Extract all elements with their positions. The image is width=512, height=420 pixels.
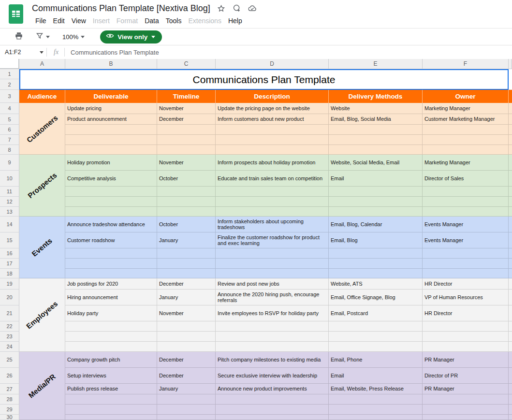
row-header[interactable]: 22 <box>0 321 19 332</box>
row-header[interactable]: 10 <box>0 171 19 187</box>
cell-deliverable[interactable]: Competitive analysis <box>65 171 157 187</box>
cell-description[interactable]: Announce the 2020 hiring push, encourage… <box>216 290 329 305</box>
cell[interactable] <box>509 305 512 321</box>
cell[interactable] <box>216 342 329 352</box>
row-header[interactable]: 12 <box>0 197 19 207</box>
header-owner[interactable]: Owner <box>423 90 509 103</box>
cell[interactable] <box>509 232 512 248</box>
approval-badge-icon[interactable] <box>233 4 241 13</box>
cell[interactable] <box>329 135 423 145</box>
cell[interactable] <box>65 259 157 269</box>
row-header[interactable]: 19 <box>0 278 19 290</box>
cell-timeline[interactable]: November <box>157 103 216 114</box>
cell[interactable] <box>216 415 329 420</box>
cell-deliverable[interactable]: Product announcemment <box>65 114 157 125</box>
cell[interactable] <box>329 394 423 405</box>
cell[interactable] <box>509 368 512 384</box>
cell[interactable] <box>329 332 423 342</box>
cell-delivery-methods[interactable]: Website, ATS <box>329 278 423 290</box>
cell-owner[interactable]: PR Manager <box>423 352 509 368</box>
column-header-e[interactable]: E <box>329 59 423 69</box>
audience-cell-media-pr[interactable]: Media/PR <box>19 352 65 420</box>
cell[interactable] <box>423 135 509 145</box>
cell-timeline[interactable]: December <box>157 114 216 125</box>
cell[interactable] <box>329 321 423 332</box>
cell-owner[interactable]: VP of Human Resources <box>423 290 509 305</box>
cell-description[interactable]: Inform prospects about holiday promotion <box>216 155 329 171</box>
view-only-button[interactable]: View only <box>100 30 162 43</box>
cell-description[interactable]: Inform customers about new product <box>216 114 329 125</box>
cell-delivery-methods[interactable]: Email <box>329 368 423 384</box>
cell[interactable] <box>423 321 509 332</box>
cell[interactable] <box>216 259 329 269</box>
cell[interactable] <box>65 135 157 145</box>
cell[interactable] <box>157 259 216 269</box>
cell[interactable] <box>509 269 512 278</box>
cell[interactable] <box>329 259 423 269</box>
cell[interactable] <box>216 332 329 342</box>
cell[interactable] <box>157 197 216 207</box>
cell-owner[interactable]: PR Manager <box>423 384 509 394</box>
menu-data[interactable]: Data <box>141 15 162 26</box>
cell-owner[interactable]: Customer Marketing Manager <box>423 114 509 125</box>
cell-delivery-methods[interactable]: Email, Office Signage, Blog <box>329 290 423 305</box>
row-header[interactable]: 1 <box>0 69 19 79</box>
cell-deliverable[interactable]: Setup interviews <box>65 368 157 384</box>
cell-description[interactable]: Announce new product improvements <box>216 384 329 394</box>
cell[interactable] <box>216 394 329 405</box>
cell-timeline[interactable]: January <box>157 290 216 305</box>
cell-timeline[interactable]: December <box>157 278 216 290</box>
cell[interactable] <box>216 207 329 217</box>
cell[interactable] <box>423 197 509 207</box>
cell[interactable] <box>157 269 216 278</box>
cell-delivery-methods[interactable]: Email <box>329 171 423 187</box>
cell-delivery-methods[interactable]: Email, Phone <box>329 352 423 368</box>
cell[interactable] <box>509 171 512 187</box>
audience-cell-employees[interactable]: Employees <box>19 278 65 352</box>
column-header-d[interactable]: D <box>216 59 329 69</box>
menu-edit[interactable]: Edit <box>50 15 68 26</box>
cell-delivery-methods[interactable]: Email, Website, Press Release <box>329 384 423 394</box>
menu-file[interactable]: File <box>32 15 50 26</box>
menu-tools[interactable]: Tools <box>162 15 185 26</box>
cell[interactable] <box>509 248 512 259</box>
row-header[interactable]: 8 <box>0 145 19 155</box>
cell-owner[interactable]: Events Manager <box>423 232 509 248</box>
cell-owner[interactable]: HR Director <box>423 278 509 290</box>
row-header[interactable]: 2 <box>0 79 19 90</box>
header-delivery-methods[interactable]: Delivery Methods <box>329 90 423 103</box>
cell-timeline[interactable]: December <box>157 352 216 368</box>
cell[interactable] <box>157 125 216 135</box>
print-button[interactable] <box>15 31 23 42</box>
cell[interactable] <box>65 187 157 197</box>
cell[interactable] <box>423 248 509 259</box>
cell[interactable] <box>65 405 157 415</box>
column-header-f[interactable]: F <box>423 59 509 69</box>
cell-timeline[interactable]: October <box>157 217 216 232</box>
cell[interactable] <box>216 145 329 155</box>
cell[interactable] <box>509 155 512 171</box>
cell[interactable] <box>509 384 512 394</box>
column-header-c[interactable]: C <box>157 59 216 69</box>
cell-delivery-methods[interactable]: Website, Social Media, Email <box>329 155 423 171</box>
row-header[interactable]: 5 <box>0 114 19 125</box>
star-icon[interactable] <box>217 4 226 13</box>
header-timeline[interactable]: Timeline <box>157 90 216 103</box>
cell[interactable] <box>509 352 512 368</box>
cell[interactable] <box>216 187 329 197</box>
cell-description[interactable]: Review and post new jobs <box>216 278 329 290</box>
cell[interactable] <box>423 145 509 155</box>
cell[interactable] <box>509 207 512 217</box>
cell[interactable] <box>157 135 216 145</box>
cell[interactable] <box>509 135 512 145</box>
cell-owner[interactable]: Marketing Manager <box>423 155 509 171</box>
cell-delivery-methods[interactable]: Email, Blog <box>329 232 423 248</box>
cell[interactable] <box>157 321 216 332</box>
column-header-b[interactable]: B <box>65 59 157 69</box>
cell[interactable] <box>509 187 512 197</box>
row-header[interactable]: 15 <box>0 232 19 248</box>
cell-owner[interactable]: Marketing Manager <box>423 103 509 114</box>
cell[interactable] <box>65 197 157 207</box>
column-header-a[interactable]: A <box>19 59 65 69</box>
cell[interactable] <box>423 405 509 415</box>
